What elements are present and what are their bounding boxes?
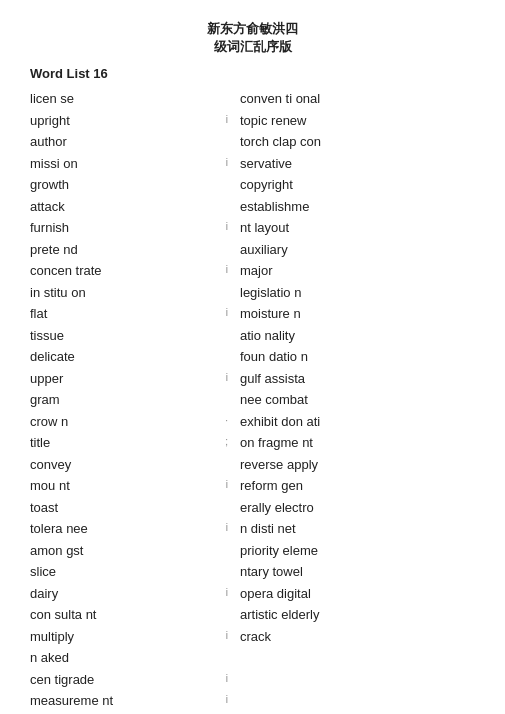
word-marker: i bbox=[226, 670, 230, 688]
list-item: cen tigradei bbox=[30, 670, 230, 690]
list-item: priority eleme bbox=[240, 541, 475, 561]
list-item: foun datio n bbox=[240, 347, 475, 367]
word-text: mou nt bbox=[30, 476, 70, 496]
list-item: atio nality bbox=[240, 326, 475, 346]
list-item: establishme bbox=[240, 197, 475, 217]
list-item: torch clap con bbox=[240, 132, 475, 152]
word-text: cen tigrade bbox=[30, 670, 94, 690]
list-item: furnishi bbox=[30, 218, 230, 238]
list-item: nt layout bbox=[240, 218, 475, 238]
left-column: licen seuprightiauthormissi onigrowthatt… bbox=[30, 89, 230, 714]
word-text: tissue bbox=[30, 326, 64, 346]
word-text: tolera nee bbox=[30, 519, 88, 539]
list-item: opera digital bbox=[240, 584, 475, 604]
list-item: uprighti bbox=[30, 111, 230, 131]
word-text: furnish bbox=[30, 218, 69, 238]
word-marker: i bbox=[226, 154, 230, 172]
list-item: servative bbox=[240, 154, 475, 174]
list-item: reverse apply bbox=[240, 455, 475, 475]
list-item: n aked bbox=[30, 648, 230, 668]
list-item: nee combat bbox=[240, 390, 475, 410]
list-item: reform gen bbox=[240, 476, 475, 496]
list-item: moisture n bbox=[240, 304, 475, 324]
list-item: amon gst bbox=[30, 541, 230, 561]
word-marker: ; bbox=[225, 433, 230, 451]
word-marker: i bbox=[226, 369, 230, 387]
word-text: upper bbox=[30, 369, 63, 389]
word-text: upright bbox=[30, 111, 70, 131]
word-text: attack bbox=[30, 197, 65, 217]
word-text: growth bbox=[30, 175, 69, 195]
word-text: con sulta nt bbox=[30, 605, 97, 625]
list-item: licen se bbox=[30, 89, 230, 109]
list-item: tolera neei bbox=[30, 519, 230, 539]
list-item: auxiliary bbox=[240, 240, 475, 260]
list-item: con sulta nt bbox=[30, 605, 230, 625]
word-text: crow n bbox=[30, 412, 68, 432]
word-marker: i bbox=[226, 476, 230, 494]
word-text: licen se bbox=[30, 89, 74, 109]
word-marker: i bbox=[226, 691, 230, 709]
word-list-label: Word List 16 bbox=[30, 66, 475, 81]
list-item: toast bbox=[30, 498, 230, 518]
list-item: multiplyi bbox=[30, 627, 230, 647]
word-text: measureme nt bbox=[30, 691, 113, 711]
word-text: delicate bbox=[30, 347, 75, 367]
word-text: slice bbox=[30, 562, 56, 582]
word-text: amon gst bbox=[30, 541, 83, 561]
word-text: prete nd bbox=[30, 240, 78, 260]
word-text: title bbox=[30, 433, 50, 453]
word-text: flat bbox=[30, 304, 47, 324]
word-marker: i bbox=[226, 584, 230, 602]
list-item: gram bbox=[30, 390, 230, 410]
list-item: conven ti onal bbox=[240, 89, 475, 109]
word-text: convey bbox=[30, 455, 71, 475]
list-item: author bbox=[30, 132, 230, 152]
list-item: missi oni bbox=[30, 154, 230, 174]
list-item: upperi bbox=[30, 369, 230, 389]
word-text: missi on bbox=[30, 154, 78, 174]
app-title: 新东方俞敏洪四 级词汇乱序版 bbox=[30, 20, 475, 56]
list-item: slice bbox=[30, 562, 230, 582]
word-text: toast bbox=[30, 498, 58, 518]
list-item: delicate bbox=[30, 347, 230, 367]
list-item: ntary towel bbox=[240, 562, 475, 582]
word-text: multiply bbox=[30, 627, 74, 647]
list-item: title; bbox=[30, 433, 230, 453]
list-item: tissue bbox=[30, 326, 230, 346]
list-item: gulf assista bbox=[240, 369, 475, 389]
list-item: on fragme nt bbox=[240, 433, 475, 453]
word-text: n aked bbox=[30, 648, 69, 668]
list-item: prete nd bbox=[30, 240, 230, 260]
list-item: crow n· bbox=[30, 412, 230, 432]
word-text: author bbox=[30, 132, 67, 152]
list-item: erally electro bbox=[240, 498, 475, 518]
list-item: measureme nti bbox=[30, 691, 230, 711]
list-item: legislatio n bbox=[240, 283, 475, 303]
word-marker: i bbox=[226, 627, 230, 645]
word-text: dairy bbox=[30, 584, 58, 604]
word-text: concen trate bbox=[30, 261, 102, 281]
list-item: artistic elderly bbox=[240, 605, 475, 625]
list-item: growth bbox=[30, 175, 230, 195]
list-item: convey bbox=[30, 455, 230, 475]
word-marker: i bbox=[226, 218, 230, 236]
list-item: dairyi bbox=[30, 584, 230, 604]
list-item: n disti net bbox=[240, 519, 475, 539]
list-item: in stitu on bbox=[30, 283, 230, 303]
word-text: in stitu on bbox=[30, 283, 86, 303]
content-area: licen seuprightiauthormissi onigrowthatt… bbox=[30, 89, 475, 714]
list-item: concen tratei bbox=[30, 261, 230, 281]
list-item: mou nti bbox=[30, 476, 230, 496]
list-item: topic renew bbox=[240, 111, 475, 131]
word-text: gram bbox=[30, 390, 60, 410]
right-column: conven ti onaltopic renewtorch clap cons… bbox=[230, 89, 475, 714]
list-item: flati bbox=[30, 304, 230, 324]
list-item: major bbox=[240, 261, 475, 281]
list-item: copyright bbox=[240, 175, 475, 195]
word-marker: i bbox=[226, 304, 230, 322]
word-marker: i bbox=[226, 111, 230, 129]
list-item: crack bbox=[240, 627, 475, 647]
word-marker: · bbox=[225, 412, 230, 430]
word-marker: i bbox=[226, 519, 230, 537]
